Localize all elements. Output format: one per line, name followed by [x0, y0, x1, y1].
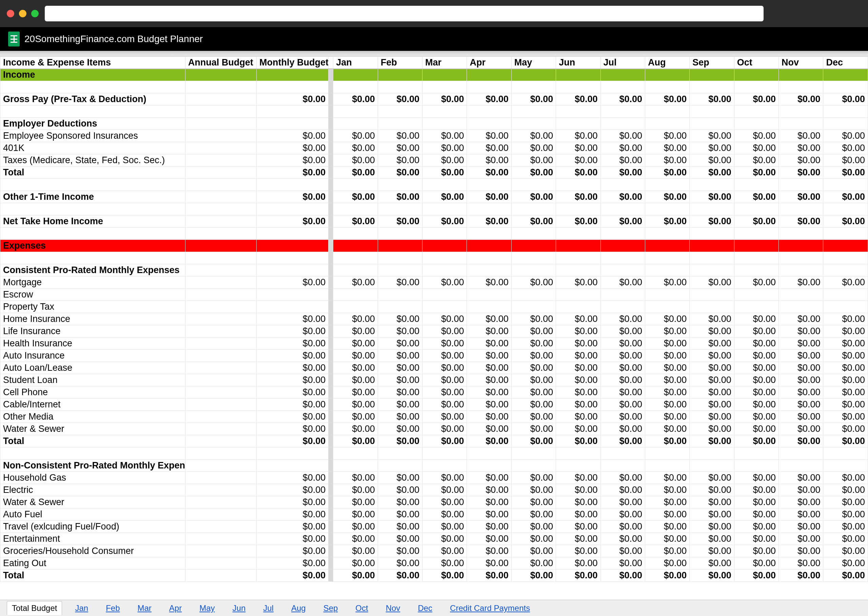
row-label[interactable]: Entertainment: [0, 533, 185, 545]
cell-month[interactable]: $0.00: [333, 191, 378, 203]
cell-month[interactable]: $0.00: [823, 350, 868, 362]
cell-month[interactable]: $0.00: [467, 191, 511, 203]
cell[interactable]: [779, 240, 823, 252]
cell-month[interactable]: $0.00: [556, 374, 600, 387]
cell-month[interactable]: $0.00: [600, 325, 645, 338]
cell-month[interactable]: $0.00: [600, 277, 645, 289]
cell-month[interactable]: $0.00: [734, 533, 779, 545]
cell-monthly[interactable]: $0.00: [256, 191, 328, 203]
row-label[interactable]: Auto Insurance: [0, 350, 185, 362]
cell-month[interactable]: $0.00: [423, 215, 467, 228]
cell[interactable]: [467, 228, 511, 240]
cell-month[interactable]: $0.00: [511, 313, 556, 325]
cell[interactable]: [823, 81, 868, 93]
cell-annual[interactable]: [185, 411, 256, 423]
cell-month[interactable]: [467, 301, 511, 313]
cell[interactable]: [378, 69, 422, 81]
row-label[interactable]: Water & Sewer: [0, 423, 185, 435]
cell-month[interactable]: $0.00: [467, 399, 511, 411]
cell-month[interactable]: [689, 264, 734, 277]
cell-month[interactable]: $0.00: [779, 350, 823, 362]
cell-annual[interactable]: [185, 215, 256, 228]
cell-month[interactable]: [556, 301, 600, 313]
cell-month[interactable]: [734, 460, 779, 472]
cell-month[interactable]: $0.00: [779, 411, 823, 423]
cell-month[interactable]: $0.00: [600, 313, 645, 325]
cell-month[interactable]: $0.00: [600, 423, 645, 435]
cell-month[interactable]: $0.00: [378, 350, 422, 362]
cell-month[interactable]: $0.00: [423, 313, 467, 325]
cell[interactable]: [779, 448, 823, 460]
cell-monthly[interactable]: $0.00: [256, 93, 328, 105]
cell-month[interactable]: $0.00: [645, 338, 689, 350]
cell[interactable]: [256, 448, 328, 460]
cell[interactable]: [734, 252, 779, 264]
cell[interactable]: [185, 81, 256, 93]
cell-month[interactable]: $0.00: [467, 277, 511, 289]
cell-month[interactable]: $0.00: [423, 374, 467, 387]
cell[interactable]: [689, 240, 734, 252]
cell-monthly[interactable]: $0.00: [256, 435, 328, 448]
cell-month[interactable]: $0.00: [823, 423, 868, 435]
cell[interactable]: [689, 179, 734, 191]
cell-month[interactable]: $0.00: [511, 142, 556, 154]
cell-month[interactable]: $0.00: [333, 569, 378, 582]
cell-month[interactable]: $0.00: [423, 387, 467, 399]
cell[interactable]: [556, 69, 600, 81]
cell-month[interactable]: [645, 289, 689, 301]
cell-monthly[interactable]: $0.00: [256, 142, 328, 154]
cell-month[interactable]: $0.00: [689, 387, 734, 399]
cell-month[interactable]: $0.00: [823, 484, 868, 496]
cell-month[interactable]: [423, 301, 467, 313]
sheet-tab-aug[interactable]: Aug: [287, 602, 310, 615]
cell-month[interactable]: $0.00: [600, 93, 645, 105]
cell-month[interactable]: $0.00: [689, 545, 734, 557]
cell-month[interactable]: $0.00: [600, 411, 645, 423]
cell-month[interactable]: $0.00: [689, 399, 734, 411]
cell-month[interactable]: $0.00: [378, 509, 422, 521]
cell-annual[interactable]: [185, 509, 256, 521]
cell-month[interactable]: $0.00: [511, 350, 556, 362]
cell-month[interactable]: $0.00: [467, 130, 511, 142]
cell-month[interactable]: $0.00: [467, 521, 511, 533]
col-header-label[interactable]: Income & Expense Items: [0, 57, 185, 69]
cell-month[interactable]: $0.00: [378, 435, 422, 448]
cell-month[interactable]: $0.00: [779, 277, 823, 289]
cell-month[interactable]: $0.00: [734, 277, 779, 289]
cell[interactable]: [645, 69, 689, 81]
cell[interactable]: [823, 252, 868, 264]
cell-month[interactable]: $0.00: [378, 215, 422, 228]
cell-month[interactable]: $0.00: [645, 277, 689, 289]
cell-month[interactable]: $0.00: [511, 215, 556, 228]
col-header-mar[interactable]: Mar: [423, 57, 467, 69]
cell-annual[interactable]: [185, 435, 256, 448]
cell-month[interactable]: $0.00: [333, 374, 378, 387]
cell-month[interactable]: $0.00: [556, 423, 600, 435]
cell[interactable]: [511, 69, 556, 81]
cell-month[interactable]: $0.00: [689, 569, 734, 582]
cell-month[interactable]: $0.00: [734, 338, 779, 350]
cell[interactable]: [645, 240, 689, 252]
cell-month[interactable]: $0.00: [600, 154, 645, 167]
cell[interactable]: [511, 203, 556, 215]
cell[interactable]: [378, 448, 422, 460]
cell-month[interactable]: $0.00: [645, 374, 689, 387]
cell-month[interactable]: $0.00: [333, 509, 378, 521]
cell-month[interactable]: [333, 460, 378, 472]
cell[interactable]: [333, 81, 378, 93]
cell-month[interactable]: [823, 301, 868, 313]
cell-month[interactable]: $0.00: [556, 521, 600, 533]
cell-month[interactable]: $0.00: [556, 313, 600, 325]
cell-month[interactable]: $0.00: [689, 411, 734, 423]
cell-month[interactable]: [645, 301, 689, 313]
cell[interactable]: [256, 179, 328, 191]
cell-month[interactable]: [645, 264, 689, 277]
cell[interactable]: [734, 179, 779, 191]
row-label[interactable]: Consistent Pro-Rated Monthly Expenses: [0, 264, 185, 277]
cell-annual[interactable]: [185, 313, 256, 325]
cell-month[interactable]: $0.00: [689, 362, 734, 374]
cell-month[interactable]: $0.00: [645, 191, 689, 203]
cell-annual[interactable]: [185, 533, 256, 545]
cell-monthly[interactable]: [256, 301, 328, 313]
cell-month[interactable]: $0.00: [779, 338, 823, 350]
